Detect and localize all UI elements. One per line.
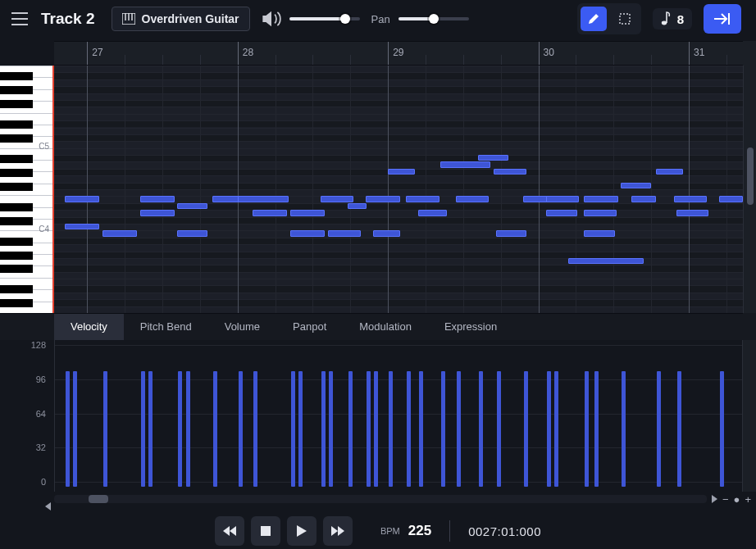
midi-note[interactable]: [177, 230, 207, 236]
midi-note[interactable]: [584, 210, 617, 216]
volume-slider[interactable]: [289, 17, 360, 20]
horizontal-scroll-thumb[interactable]: [89, 495, 108, 503]
black-key[interactable]: [0, 265, 33, 273]
midi-note[interactable]: [140, 196, 175, 202]
instrument-selector[interactable]: Overdriven Guitar: [112, 7, 250, 31]
velocity-plot[interactable]: [54, 340, 743, 492]
midi-note[interactable]: [478, 155, 508, 161]
midi-note[interactable]: [418, 210, 447, 216]
bpm-value[interactable]: 225: [408, 523, 431, 539]
midi-note[interactable]: [719, 196, 743, 202]
controller-tab[interactable]: Volume: [208, 314, 276, 340]
midi-note[interactable]: [546, 210, 578, 216]
vertical-scroll-thumb[interactable]: [747, 147, 754, 205]
scroll-left-button[interactable]: [45, 502, 51, 510]
velocity-bar[interactable]: [407, 371, 411, 487]
velocity-bar[interactable]: [253, 371, 257, 487]
controller-tab[interactable]: Expression: [428, 314, 513, 340]
scroll-right-button[interactable]: [712, 495, 717, 503]
velocity-bar[interactable]: [103, 371, 107, 487]
velocity-bar[interactable]: [374, 371, 378, 487]
pencil-tool[interactable]: [581, 7, 607, 31]
note-grid[interactable]: [54, 66, 743, 313]
controller-tab[interactable]: Velocity: [54, 314, 124, 340]
velocity-bar[interactable]: [141, 371, 145, 487]
midi-note[interactable]: [656, 169, 683, 175]
midi-note[interactable]: [621, 183, 651, 188]
midi-note[interactable]: [456, 196, 489, 202]
black-key[interactable]: [0, 100, 33, 108]
velocity-bar[interactable]: [298, 371, 303, 487]
midi-note[interactable]: [65, 224, 99, 229]
midi-note[interactable]: [674, 196, 707, 202]
velocity-bar[interactable]: [213, 371, 217, 487]
midi-note[interactable]: [496, 230, 526, 236]
midi-note[interactable]: [65, 196, 99, 202]
midi-note[interactable]: [321, 196, 353, 202]
selection-tool[interactable]: [612, 7, 638, 31]
black-key[interactable]: [0, 217, 33, 225]
velocity-bar[interactable]: [148, 371, 153, 487]
velocity-bar[interactable]: [479, 371, 483, 487]
midi-note[interactable]: [328, 230, 361, 236]
midi-note[interactable]: [584, 196, 618, 202]
velocity-bar[interactable]: [66, 371, 70, 487]
velocity-bar[interactable]: [321, 371, 326, 487]
track-name[interactable]: Track 2: [41, 10, 95, 28]
stop-button[interactable]: [251, 516, 280, 546]
velocity-bar[interactable]: [186, 371, 190, 487]
velocity-bar[interactable]: [554, 371, 558, 487]
midi-note[interactable]: [290, 230, 325, 236]
zoom-out-button[interactable]: −: [722, 493, 729, 506]
midi-note[interactable]: [440, 161, 490, 167]
midi-note[interactable]: [676, 210, 708, 216]
rewind-button[interactable]: [215, 516, 244, 546]
velocity-bar[interactable]: [348, 371, 353, 487]
black-key[interactable]: [0, 86, 33, 94]
midi-note[interactable]: [631, 196, 655, 202]
controller-tab[interactable]: Panpot: [276, 314, 343, 340]
midi-note[interactable]: [102, 230, 137, 236]
midi-note[interactable]: [584, 230, 616, 236]
velocity-bar[interactable]: [367, 371, 371, 487]
snap-setting[interactable]: 8: [653, 8, 692, 29]
velocity-bar[interactable]: [524, 371, 528, 487]
velocity-bar[interactable]: [657, 371, 661, 487]
velocity-bar[interactable]: [622, 371, 626, 487]
playhead-position[interactable]: 0027:01:000: [468, 524, 541, 538]
midi-note[interactable]: [177, 203, 207, 209]
midi-note[interactable]: [568, 258, 644, 264]
velocity-bar[interactable]: [419, 371, 423, 487]
midi-note[interactable]: [373, 230, 400, 236]
velocity-bar[interactable]: [389, 371, 393, 487]
velocity-bar[interactable]: [73, 371, 77, 487]
velocity-bar[interactable]: [547, 371, 551, 487]
black-key[interactable]: [0, 203, 33, 211]
black-key[interactable]: [0, 155, 33, 163]
velocity-bar[interactable]: [178, 371, 182, 487]
black-key[interactable]: [0, 285, 33, 293]
zoom-in-button[interactable]: +: [745, 493, 751, 506]
zoom-reset-button[interactable]: ●: [734, 493, 740, 506]
black-key[interactable]: [0, 120, 33, 129]
fast-forward-button[interactable]: [323, 516, 353, 546]
midi-note[interactable]: [238, 196, 289, 202]
midi-note[interactable]: [348, 203, 367, 209]
controller-tab[interactable]: Modulation: [343, 314, 428, 340]
black-key[interactable]: [0, 72, 33, 80]
black-key[interactable]: [0, 183, 33, 191]
volume-control[interactable]: [262, 9, 360, 29]
controller-tab[interactable]: Pitch Bend: [124, 314, 208, 340]
midi-note[interactable]: [140, 210, 175, 216]
go-to-end-button[interactable]: [704, 4, 741, 34]
midi-note[interactable]: [253, 210, 287, 216]
velocity-bar[interactable]: [720, 371, 724, 487]
black-key[interactable]: [0, 252, 33, 260]
velocity-bar[interactable]: [457, 371, 461, 487]
midi-note[interactable]: [406, 196, 439, 202]
velocity-bar[interactable]: [594, 371, 599, 487]
velocity-bar[interactable]: [291, 371, 295, 487]
horizontal-scrollbar[interactable]: [54, 495, 707, 503]
pan-control[interactable]: Pan: [371, 13, 469, 25]
menu-icon[interactable]: [10, 9, 30, 29]
